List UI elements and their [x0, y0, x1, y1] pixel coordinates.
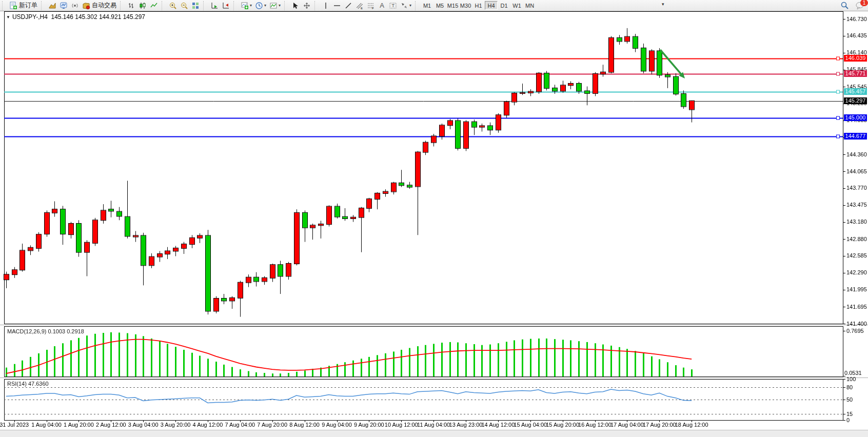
time-axis-label: 2 Aug 12:00 — [96, 422, 126, 428]
chart-dropdown-icon[interactable]: ▼ — [6, 15, 10, 19]
price-axis-label: 146.435 — [846, 32, 867, 38]
price-line-badge: 145.297 — [844, 97, 867, 104]
time-axis-label: 1 Aug 04:00 — [31, 422, 62, 428]
terminal-window: 新订单 自动交易 — [0, 0, 868, 437]
time-axis-label: 16 Aug 12:00 — [578, 422, 611, 428]
time-axis-label: 17 Aug 20:00 — [643, 422, 676, 428]
price-axis-label: 142.290 — [846, 269, 867, 275]
price-axis-label: 142.585 — [846, 252, 867, 259]
macd-label: MACD(12,26,9) 0.1003 0.2918 — [7, 328, 84, 334]
price-line-badge: 144.677 — [844, 133, 867, 140]
time-axis-label: 17 Aug 04:00 — [610, 422, 644, 428]
time-axis-label: 18 Aug 12:00 — [675, 422, 708, 428]
time-axis-label: 13 Aug 23:00 — [449, 422, 483, 428]
status-bar — [0, 430, 868, 437]
price-axis-label: 143.770 — [846, 185, 867, 191]
rsi-label: RSI(14) 47.6360 — [7, 381, 49, 387]
price-axis-label: 143.180 — [846, 218, 867, 225]
rsi-axis-label: 50 — [846, 396, 853, 403]
price-axis-label: 141.995 — [846, 286, 867, 292]
time-axis-label: 14 Aug 12:00 — [481, 422, 515, 428]
time-axis-label: 15 Aug 04:00 — [514, 422, 547, 428]
price-line-badge: 145.771 — [844, 70, 867, 77]
macd-axis-label: 0.0531 — [844, 370, 862, 376]
price-axis-label: 142.880 — [846, 236, 867, 242]
time-axis-label: 1 Aug 20:00 — [64, 422, 94, 428]
price-axis-label: 141.695 — [846, 304, 867, 310]
time-axis-label: 8 Aug 12:00 — [289, 422, 320, 428]
rsi-axis-label: 0 — [846, 417, 850, 423]
macd-axis-label: 0.7695 — [846, 328, 864, 334]
time-axis-label: 9 Aug 20:00 — [354, 422, 384, 428]
price-axis-label: 143.475 — [846, 202, 867, 208]
time-axis-label: 10 Aug 12:00 — [385, 422, 418, 428]
time-axis-label: 11 Aug 04:00 — [417, 422, 450, 428]
chart-canvas[interactable] — [0, 0, 868, 437]
price-axis-label: 144.360 — [846, 151, 867, 157]
time-axis-label: 3 Aug 20:00 — [161, 422, 191, 428]
time-axis-label: 15 Aug 20:00 — [546, 422, 579, 428]
time-axis-label: 7 Aug 04:00 — [225, 422, 255, 428]
time-axis-label: 9 Aug 04:00 — [322, 422, 352, 428]
price-line-badge: 145.000 — [844, 114, 867, 121]
price-axis-label: 146.730 — [846, 16, 867, 22]
time-axis-label: 31 Jul 2023 — [0, 422, 29, 428]
chart-ohlc-values: 145.146 145.302 144.921 145.297 — [51, 13, 146, 21]
rsi-axis-label: 100 — [846, 376, 856, 382]
chart-title: ▼USDJPY-,H4 145.146 145.302 144.921 145.… — [6, 13, 145, 21]
price-axis-label: 144.065 — [846, 168, 867, 174]
rsi-axis-label: 80 — [846, 384, 853, 390]
price-line-badge: 146.039 — [844, 55, 867, 62]
time-axis-label: 3 Aug 04:00 — [128, 422, 159, 428]
price-line-badge: 145.457 — [844, 88, 867, 95]
time-axis-label: 7 Aug 20:00 — [257, 422, 287, 428]
chart-symbol-period: USDJPY-,H4 — [12, 13, 48, 21]
price-axis-label: 141.400 — [846, 321, 867, 327]
rsi-axis-label: 15 — [846, 411, 853, 417]
time-axis-label: 4 Aug 12:00 — [193, 422, 223, 428]
